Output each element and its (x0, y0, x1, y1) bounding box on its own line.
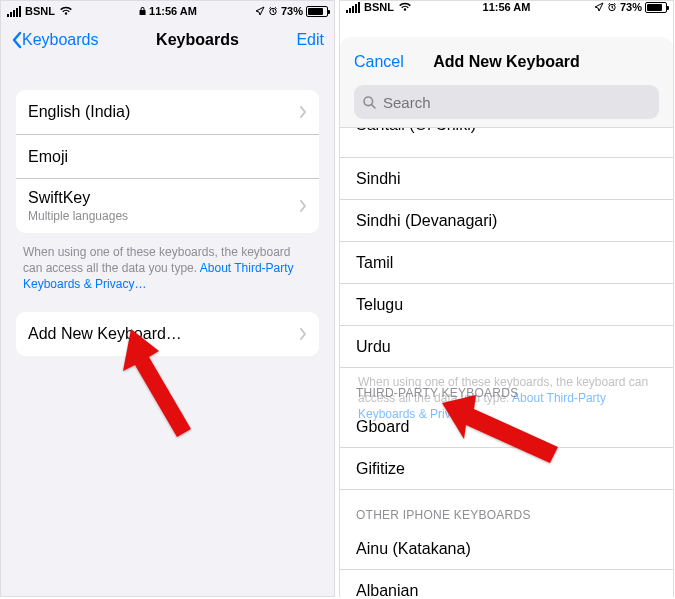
status-time: 11:56 AM (149, 5, 197, 17)
list-item-label: Tamil (356, 254, 393, 272)
alarm-icon (268, 6, 278, 16)
carrier-label: BSNL (25, 5, 55, 17)
chevron-right-icon (299, 328, 307, 340)
battery-icon (306, 6, 328, 17)
modal-header: Cancel Add New Keyboard (340, 37, 673, 128)
list-item-label: Ainu (Katakana) (356, 540, 471, 558)
list-item[interactable]: Tamil (340, 242, 673, 284)
list-item-gifitize[interactable]: Gifitize (340, 448, 673, 490)
list-item-label: Telugu (356, 296, 403, 314)
ghost-privacy-note: When using one of these keyboards, the k… (340, 374, 673, 423)
modal-title: Add New Keyboard (433, 53, 580, 71)
battery-pct: 73% (281, 5, 303, 17)
nav-title: Keyboards (156, 31, 239, 49)
wifi-icon (59, 6, 73, 16)
signal-bars-icon (7, 6, 21, 17)
list-item-label: Sindhi (Devanagari) (356, 212, 497, 230)
location-icon (594, 2, 604, 12)
search-bar[interactable] (354, 85, 659, 119)
search-input[interactable] (383, 94, 651, 111)
row-label: Add New Keyboard… (28, 325, 299, 343)
list-item[interactable]: Urdu (340, 326, 673, 368)
add-new-keyboard-row[interactable]: Add New Keyboard… (16, 312, 319, 356)
search-icon (362, 95, 377, 110)
nav-bar: Keyboards Keyboards Edit (1, 21, 334, 59)
lock-icon (138, 6, 146, 16)
cancel-button[interactable]: Cancel (354, 53, 404, 71)
keyboards-settings-screen: BSNL 11:56 AM 73% Keyboards Keyboards Ed… (0, 0, 335, 597)
keyboard-row-swiftkey[interactable]: SwiftKey Multiple languages (16, 178, 319, 233)
content-area: English (India) Emoji SwiftKey Multiple … (1, 59, 334, 596)
battery-pct: 73% (620, 1, 642, 13)
status-bar: BSNL 11:56 AM 73% (340, 1, 673, 13)
status-bar: BSNL 11:56 AM 73% (1, 1, 334, 21)
nav-back-label: Keyboards (22, 31, 99, 49)
carrier-label: BSNL (364, 1, 394, 13)
keyboard-row-emoji[interactable]: Emoji (16, 134, 319, 178)
list-item[interactable]: Telugu (340, 284, 673, 326)
row-label: Emoji (28, 148, 307, 166)
keyboard-picker-list[interactable]: Santali (Ol Chiki) Sindhi Sindhi (Devana… (340, 128, 673, 599)
add-keyboard-group: Add New Keyboard… (15, 311, 320, 357)
add-keyboard-modal-screen: BSNL 11:56 AM 73% Cancel Add New Keyboar… (339, 0, 674, 597)
chevron-left-icon (11, 31, 22, 49)
row-label: English (India) (28, 103, 299, 121)
list-item[interactable]: Sindhi (Devanagari) (340, 200, 673, 242)
signal-bars-icon (346, 2, 360, 13)
nav-edit-button[interactable]: Edit (296, 31, 324, 49)
list-item-label: Santali (Ol Chiki) (356, 128, 476, 134)
section-header-other: OTHER IPHONE KEYBOARDS (340, 490, 673, 528)
list-item-label: Urdu (356, 338, 391, 356)
list-item[interactable]: Santali (Ol Chiki) (340, 128, 673, 158)
row-sublabel: Multiple languages (28, 209, 299, 223)
list-item[interactable]: Ainu (Katakana) (340, 528, 673, 570)
row-label: SwiftKey (28, 189, 299, 207)
list-item-label: Gifitize (356, 460, 405, 478)
list-item-label: Albanian (356, 582, 418, 599)
alarm-icon (607, 2, 617, 12)
list-item[interactable]: Albanian (340, 570, 673, 599)
list-item-label: Sindhi (356, 170, 400, 188)
status-time: 11:56 AM (483, 1, 531, 13)
chevron-right-icon (299, 106, 307, 118)
privacy-note: When using one of these keyboards, the k… (1, 234, 334, 293)
keyboard-row-english[interactable]: English (India) (16, 90, 319, 134)
chevron-right-icon (299, 200, 307, 212)
svg-line-3 (372, 104, 375, 107)
wifi-icon (398, 2, 412, 12)
nav-back-button[interactable]: Keyboards (11, 31, 99, 49)
location-icon (255, 6, 265, 16)
battery-icon (645, 2, 667, 13)
keyboards-list-group: English (India) Emoji SwiftKey Multiple … (15, 89, 320, 234)
list-item[interactable]: Sindhi (340, 158, 673, 200)
